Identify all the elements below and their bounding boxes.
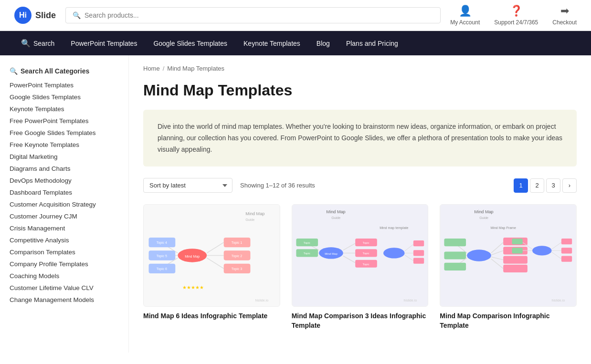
nav-keynote-label: Keynote Templates [243, 40, 300, 47]
nav-powerpoint-label: PowerPoint Templates [71, 40, 137, 47]
sidebar-item-keynote[interactable]: Keynote Templates [10, 103, 119, 115]
sidebar-search-all[interactable]: 🔍 Search All Categories [10, 65, 119, 77]
svg-text:Topic 5: Topic 5 [157, 254, 167, 258]
search-bar[interactable]: 🔍 [65, 7, 441, 23]
nav-plans[interactable]: Plans and Pricing [339, 32, 405, 55]
sort-bar: Sort by latest Sort by popularity Sort b… [143, 178, 577, 193]
search-all-icon: 🔍 [10, 67, 18, 75]
header-actions: 👤 My Account ❓ Support 24/7/365 ➡ Checko… [450, 5, 577, 26]
checkout-label: Checkout [552, 19, 577, 26]
sidebar-item-diagrams[interactable]: Diagrams and Charts [10, 163, 119, 175]
my-account-button[interactable]: 👤 My Account [450, 5, 480, 26]
sidebar-item-digital-marketing[interactable]: Digital Marketing [10, 151, 119, 163]
sidebar-item-google-slides[interactable]: Google Slides Templates [10, 91, 119, 103]
account-label: My Account [450, 19, 480, 26]
sidebar-item-coaching[interactable]: Coaching Models [10, 270, 119, 282]
svg-rect-81 [512, 239, 523, 244]
sidebar-item-customer-journey[interactable]: Customer Journey CJM [10, 210, 119, 222]
nav-powerpoint[interactable]: PowerPoint Templates [64, 32, 144, 55]
sidebar-item-free-keynote[interactable]: Free Keynote Templates [10, 139, 119, 151]
nav-blog[interactable]: Blog [310, 32, 337, 55]
sidebar-item-competitive[interactable]: Competitive Analysis [10, 234, 119, 246]
checkout-button[interactable]: ➡ Checkout [552, 5, 577, 26]
page-next-button[interactable]: › [562, 178, 577, 193]
breadcrumb-current: Mind Map Templates [167, 65, 224, 72]
sidebar-item-crisis[interactable]: Crisis Management [10, 222, 119, 234]
sidebar-item-comparison[interactable]: Comparison Templates [10, 246, 119, 258]
sidebar-item-company-profile[interactable]: Company Profile Templates [10, 258, 119, 270]
svg-text:Topic: Topic [303, 241, 310, 245]
svg-text:Guide: Guide [331, 217, 340, 220]
svg-text:hislide.io: hislide.io [403, 299, 417, 302]
svg-text:Mind Map: Mind Map [475, 210, 494, 215]
nav-plans-label: Plans and Pricing [346, 40, 398, 47]
svg-rect-65 [504, 265, 528, 272]
support-label: Support 24/7/365 [494, 19, 538, 26]
svg-text:★★★★★: ★★★★★ [182, 285, 204, 291]
product-card-3[interactable]: Mind Map Guide [440, 204, 577, 330]
product-card-1[interactable]: Mind Map Guide Mind Map Topic 1 Topic 2 [143, 204, 280, 330]
svg-text:Topic 2: Topic 2 [232, 254, 242, 258]
page-3-button[interactable]: 3 [546, 178, 560, 193]
pagination: 1 2 3 › [514, 178, 577, 193]
search-input[interactable] [84, 11, 433, 19]
svg-rect-77 [561, 248, 572, 254]
sort-select[interactable]: Sort by latest Sort by popularity Sort b… [143, 178, 232, 193]
search-icon: 🔍 [73, 11, 81, 19]
svg-text:Mind map template: Mind map template [380, 226, 408, 230]
product-image-1: Mind Map Guide Mind Map Topic 1 Topic 2 [143, 204, 280, 307]
sidebar-item-free-google[interactable]: Free Google Slides Templates [10, 127, 119, 139]
svg-rect-52 [413, 258, 424, 264]
svg-point-46 [383, 248, 405, 259]
svg-text:hislide.io: hislide.io [552, 299, 565, 302]
page-title: Mind Map Templates [143, 82, 577, 99]
site-logo[interactable]: Hi Slide [14, 7, 56, 24]
magnifier-icon: 🔍 [21, 39, 31, 48]
site-header: Hi Slide 🔍 👤 My Account ❓ Support 24/7/3… [0, 0, 591, 31]
nav-google-slides[interactable]: Google Slides Templates [147, 32, 234, 55]
svg-text:hislide.io: hislide.io [255, 299, 269, 302]
svg-text:Mind Map: Mind Map [245, 212, 264, 217]
svg-point-57 [467, 250, 491, 261]
nav-search[interactable]: 🔍 Search [14, 31, 61, 55]
svg-text:Topic 1: Topic 1 [232, 241, 242, 245]
svg-rect-67 [444, 239, 466, 246]
sidebar-item-free-ppt[interactable]: Free PowerPoint Templates [10, 115, 119, 127]
svg-text:Topic 3: Topic 3 [232, 267, 242, 271]
support-button[interactable]: ❓ Support 24/7/365 [494, 5, 538, 26]
page-2-button[interactable]: 2 [530, 178, 544, 193]
svg-rect-63 [504, 256, 528, 264]
checkout-icon: ➡ [560, 5, 569, 17]
product-title-1: Mind Map 6 Ideas Infographic Template [143, 312, 280, 321]
breadcrumb-home[interactable]: Home [143, 65, 160, 72]
svg-text:Guide: Guide [480, 217, 489, 220]
nav-search-label: Search [33, 40, 54, 47]
svg-text:Mind Map: Mind Map [185, 255, 200, 259]
product-image-3: Mind Map Guide [440, 204, 577, 307]
description-text: Dive into the world of mind map template… [158, 121, 562, 155]
sidebar-item-change-mgmt[interactable]: Change Management Models [10, 294, 119, 306]
sidebar-item-devops[interactable]: DevOps Methodology [10, 175, 119, 187]
logo-text: Slide [35, 10, 56, 21]
svg-text:Topic: Topic [362, 262, 369, 266]
sidebar-item-customer-acquisition[interactable]: Customer Acquisition Strategy [10, 198, 119, 210]
svg-rect-71 [444, 263, 466, 270]
showing-text: Showing 1–12 of 36 results [240, 182, 506, 189]
svg-text:Guide: Guide [245, 218, 254, 222]
svg-rect-83 [512, 248, 523, 254]
sidebar-item-clv[interactable]: Customer Lifetime Value CLV [10, 282, 119, 294]
search-all-label: Search All Categories [21, 67, 89, 75]
svg-text:Topic: Topic [303, 252, 310, 255]
svg-rect-69 [444, 252, 466, 260]
product-title-3: Mind Map Comparison Infographic Template [440, 312, 577, 330]
product-card-2[interactable]: Mind Map Guide Mind Map Topic Topic [292, 204, 429, 330]
main-content: Home / Mind Map Templates Mind Map Templ… [129, 55, 591, 353]
product-title-2: Mind Map Comparison 3 Ideas Infographic … [292, 312, 429, 330]
sidebar-item-dashboard[interactable]: Dashboard Templates [10, 187, 119, 198]
page-1-button[interactable]: 1 [514, 178, 528, 193]
nav-keynote[interactable]: Keynote Templates [237, 32, 307, 55]
nav-google-slides-label: Google Slides Templates [153, 40, 227, 47]
svg-rect-50 [413, 250, 424, 256]
sidebar-item-powerpoint[interactable]: PowerPoint Templates [10, 79, 119, 91]
product-image-2: Mind Map Guide Mind Map Topic Topic [292, 204, 429, 307]
